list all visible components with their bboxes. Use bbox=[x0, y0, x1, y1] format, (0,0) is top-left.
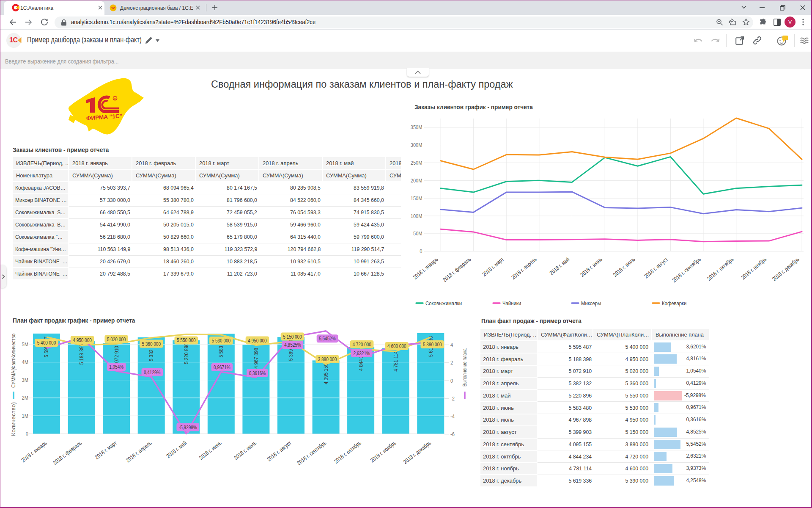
svg-text:5 360 000: 5 360 000 bbox=[142, 341, 161, 347]
svg-text:СУММА(ФактКоличество: СУММА(ФактКоличество bbox=[10, 334, 16, 388]
svg-text:5 530 000: 5 530 000 bbox=[212, 338, 231, 344]
svg-text:0: 0 bbox=[26, 431, 28, 437]
svg-text:0,3616%: 0,3616% bbox=[249, 370, 266, 376]
svg-text:5 390 000: 5 390 000 bbox=[423, 342, 442, 348]
svg-text:0,4129%: 0,4129% bbox=[144, 370, 161, 375]
svg-text:3 880 000: 3 880 000 bbox=[318, 356, 337, 362]
svg-text:2018 г. июнь: 2018 г. июнь bbox=[198, 440, 223, 461]
svg-text:-4: -4 bbox=[450, 413, 455, 420]
svg-text:5 220 896: 5 220 896 bbox=[183, 343, 189, 364]
svg-text:4,8525%: 4,8525% bbox=[284, 342, 301, 348]
svg-text:4 950 000: 4 950 000 bbox=[73, 337, 92, 343]
svg-text:2018 г. декабрь: 2018 г. декабрь bbox=[402, 440, 432, 465]
svg-text:4 720 000: 4 720 000 bbox=[352, 342, 371, 348]
svg-text:R: R bbox=[114, 97, 116, 100]
svg-text:1M: 1M bbox=[22, 413, 28, 419]
svg-text:5 400 000: 5 400 000 bbox=[37, 340, 56, 346]
svg-text:0,9671%: 0,9671% bbox=[214, 364, 230, 370]
svg-text:2018 г. август: 2018 г. август bbox=[266, 440, 293, 463]
svg-text:2: 2 bbox=[450, 359, 453, 366]
svg-text:2018 г. январь: 2018 г. январь bbox=[20, 440, 48, 464]
svg-text:4 095 155: 4 095 155 bbox=[323, 363, 329, 384]
svg-text:5 150 000: 5 150 000 bbox=[283, 334, 302, 340]
svg-text:2018 г. ноябрь: 2018 г. ноябрь bbox=[369, 440, 398, 464]
svg-text:3M: 3M bbox=[22, 377, 28, 383]
svg-text:2,6321%: 2,6321% bbox=[353, 351, 370, 356]
svg-text:4 967 898: 4 967 898 bbox=[253, 348, 259, 368]
svg-text:5 188 398: 5 188 398 bbox=[78, 344, 85, 364]
svg-text:-2: -2 bbox=[450, 395, 455, 402]
svg-text:0: 0 bbox=[450, 378, 453, 384]
svg-text:2M: 2M bbox=[22, 395, 28, 401]
svg-text:-6: -6 bbox=[450, 431, 455, 437]
svg-text:4: 4 bbox=[450, 342, 453, 348]
svg-text:2018 г. май: 2018 г. май bbox=[165, 440, 188, 460]
svg-text:4M: 4M bbox=[22, 359, 28, 365]
svg-text:Количество): Количество) bbox=[10, 402, 16, 436]
svg-text:2018 г. сентябрь: 2018 г. сентябрь bbox=[296, 440, 327, 467]
svg-text:-5,9298%: -5,9298% bbox=[179, 425, 197, 431]
svg-text:2018 г. июль: 2018 г. июль bbox=[233, 440, 258, 461]
svg-text:5 550 000: 5 550 000 bbox=[177, 337, 196, 343]
svg-text:4 600 000: 4 600 000 bbox=[387, 343, 406, 349]
svg-text:2018 г. февраль: 2018 г. февраль bbox=[52, 440, 83, 466]
svg-text:4 781 114: 4 781 114 bbox=[392, 351, 399, 372]
svg-text:5M: 5M bbox=[22, 341, 28, 348]
svg-text:2018 г. апрель: 2018 г. апрель bbox=[125, 440, 153, 464]
svg-text:2018 г. март: 2018 г. март bbox=[93, 440, 118, 461]
svg-text:5 020 000: 5 020 000 bbox=[107, 337, 126, 342]
svg-text:2018 г. октябрь: 2018 г. октябрь bbox=[333, 440, 362, 465]
svg-text:1,054%: 1,054% bbox=[109, 364, 123, 370]
svg-text:5,5452%: 5,5452% bbox=[319, 336, 336, 342]
svg-text:Выполнение плана: Выполнение плана bbox=[461, 348, 468, 387]
svg-text:4 950 000: 4 950 000 bbox=[248, 338, 267, 344]
